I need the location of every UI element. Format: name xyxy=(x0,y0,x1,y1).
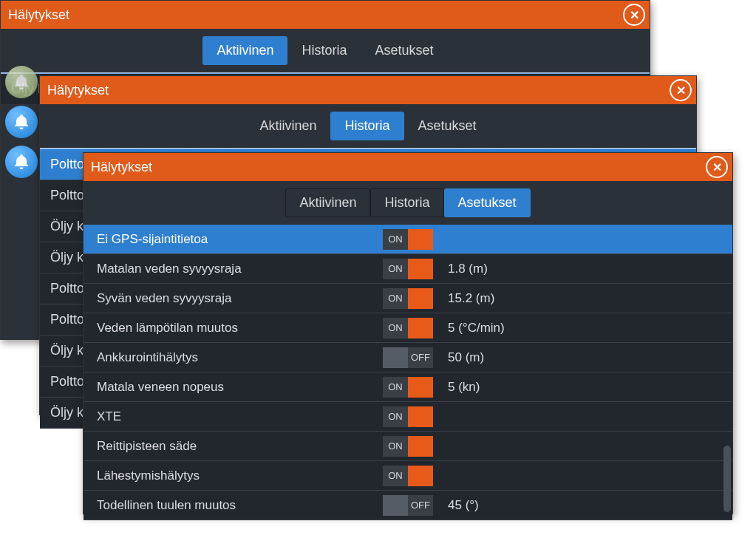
toggle[interactable]: ON xyxy=(383,318,433,338)
setting-label: Reittipisteen säde xyxy=(84,439,378,454)
setting-value[interactable]: 15.2 (m) xyxy=(437,291,732,306)
titlebar: Hälytykset xyxy=(84,153,732,181)
bell-icon xyxy=(5,146,38,178)
close-icon[interactable] xyxy=(670,79,692,101)
titlebar: Hälytykset xyxy=(1,1,650,29)
bell-icon xyxy=(5,106,38,138)
toggle-state: OFF xyxy=(408,352,433,363)
tab-active[interactable]: Aktiivinen xyxy=(245,112,330,140)
settings-row: XTEON xyxy=(84,402,732,432)
settings-row: Syvän veden syvyysrajaON15.2 (m) xyxy=(84,284,732,313)
setting-label: Veden lämpötilan muutos xyxy=(84,321,378,336)
settings-row: Todellinen tuulen muutosOFF45 (°) xyxy=(84,491,732,520)
tab-history[interactable]: Historia xyxy=(330,112,403,140)
toggle-knob xyxy=(408,318,433,338)
window-title: Hälytykset xyxy=(91,160,152,175)
titlebar: Hälytykset xyxy=(40,76,696,104)
tab-active[interactable]: Aktiivinen xyxy=(202,36,287,65)
toggle-knob xyxy=(408,377,433,398)
toggle-knob xyxy=(383,495,408,516)
settings-list: Ei GPS-sijaintitietoaONMatalan veden syv… xyxy=(84,225,732,520)
scrollbar[interactable] xyxy=(723,446,731,512)
settings-row: Matala veneen nopeusON5 (kn) xyxy=(84,372,732,402)
setting-value[interactable]: 5 (kn) xyxy=(437,380,732,395)
tabbar: Aktiivinen Historia Asetukset xyxy=(84,181,732,225)
toggle[interactable]: ON xyxy=(383,229,433,250)
tab-settings[interactable]: Asetukset xyxy=(361,36,448,65)
toggle[interactable]: ON xyxy=(383,466,433,486)
tabbar: Aktiivinen Historia Asetukset xyxy=(1,29,650,72)
setting-label: Todellinen tuulen muutos xyxy=(84,498,378,513)
toggle-knob xyxy=(408,288,433,309)
setting-value[interactable]: 1.8 (m) xyxy=(437,262,732,276)
toggle-knob xyxy=(408,466,433,486)
toggle-state: OFF xyxy=(408,500,433,511)
setting-label: Matala veneen nopeus xyxy=(84,380,378,395)
toggle-state: ON xyxy=(383,411,408,422)
settings-row: LähestymishälytysON xyxy=(84,461,732,491)
tabbar: Aktiivinen Historia Asetukset xyxy=(40,104,696,148)
setting-label: Matalan veden syvyysraja xyxy=(84,262,378,276)
toggle-state: ON xyxy=(383,263,408,274)
toggle[interactable]: ON xyxy=(383,406,433,427)
bell-icons xyxy=(5,66,38,178)
settings-row: Veden lämpötilan muutosON5 (°C/min) xyxy=(84,313,732,343)
tab-history[interactable]: Historia xyxy=(370,188,443,217)
toggle-state: ON xyxy=(383,322,408,333)
alarms-window-settings: Hälytykset Aktiivinen Historia Asetukset… xyxy=(83,152,733,514)
bell-icon xyxy=(5,66,38,98)
toggle[interactable]: OFF xyxy=(383,495,433,516)
close-icon[interactable] xyxy=(706,156,728,178)
toggle[interactable]: OFF xyxy=(383,347,433,368)
setting-value[interactable]: 5 (°C/min) xyxy=(437,321,732,336)
setting-label: Ankkurointihälytys xyxy=(84,350,378,365)
tab-settings[interactable]: Asetukset xyxy=(404,112,491,140)
settings-row: Ei GPS-sijaintitietoaON xyxy=(84,225,732,254)
window-title: Hälytykset xyxy=(47,83,109,98)
settings-row: Matalan veden syvyysrajaON1.8 (m) xyxy=(84,254,732,284)
toggle-knob xyxy=(408,229,433,250)
settings-row: Reittipisteen sädeON xyxy=(84,432,732,461)
setting-value[interactable]: 50 (m) xyxy=(437,350,732,365)
tab-history[interactable]: Historia xyxy=(287,36,361,65)
toggle-knob xyxy=(408,436,433,457)
setting-label: Lähestymishälytys xyxy=(84,469,378,483)
tab-settings[interactable]: Asetukset xyxy=(444,188,531,217)
toggle[interactable]: ON xyxy=(383,436,433,457)
toggle-knob xyxy=(408,259,433,279)
toggle[interactable]: ON xyxy=(383,377,433,398)
toggle[interactable]: ON xyxy=(383,288,433,309)
setting-value[interactable]: 45 (°) xyxy=(437,498,732,513)
toggle-state: ON xyxy=(383,234,408,245)
toggle-state: ON xyxy=(383,440,408,452)
setting-label: XTE xyxy=(84,409,378,424)
settings-row: AnkkurointihälytysOFF50 (m) xyxy=(84,343,732,372)
toggle-state: ON xyxy=(383,470,408,481)
toggle-state: ON xyxy=(383,381,408,392)
toggle-knob xyxy=(383,347,408,368)
setting-label: Syvän veden syvyysraja xyxy=(84,291,378,306)
toggle-knob xyxy=(408,406,433,427)
toggle-state: ON xyxy=(383,293,408,304)
close-icon[interactable] xyxy=(623,4,645,26)
setting-label: Ei GPS-sijaintitietoa xyxy=(84,232,378,247)
window-title: Hälytykset xyxy=(8,7,69,23)
toggle[interactable]: ON xyxy=(383,259,433,279)
tab-active[interactable]: Aktiivinen xyxy=(285,188,370,217)
